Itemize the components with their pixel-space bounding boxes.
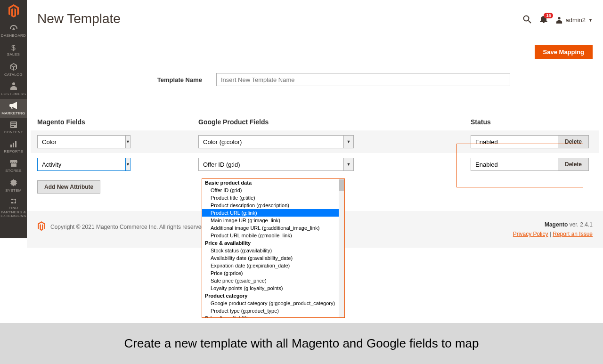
nav-reports[interactable]: REPORTS [0,138,27,157]
dropdown-option[interactable]: Loyalty points (g:loyalty_points) [202,284,344,292]
nav-customers[interactable]: CUSTOMERS [0,80,27,99]
chevron-down-icon[interactable]: ▼ [125,158,130,171]
add-attribute-button[interactable]: Add New Attribute [37,180,100,194]
partners-icon [10,197,17,205]
delete-row-button[interactable]: Delete [558,135,589,148]
dropdown-group-header: Basic product data [202,179,344,186]
version-label: Magento [545,221,568,228]
scrollbar[interactable] [339,179,344,317]
content-icon [10,121,17,129]
svg-rect-2 [11,124,16,125]
nav-system[interactable]: SYSTEM [0,176,27,195]
template-name-row: Template Name [27,59,603,86]
slide-caption: Create a new template with all Magento a… [0,323,603,364]
dropdown-option[interactable]: Offer ID (g:id) [202,186,344,194]
nav-label: DASHBOARD [0,34,27,38]
cube-icon [10,63,17,72]
nav-label: FIND PARTNERS & EXTENSIONS [0,206,27,218]
admin-username: admin2 [565,16,586,24]
header-actions: 16 admin2 ▼ [523,15,593,25]
svg-rect-4 [10,145,12,147]
notifications[interactable]: 16 [540,16,547,24]
col-google-header: Google Product Fields [198,118,471,126]
dropdown-option[interactable]: Product title (g:title) [202,194,344,202]
google-field-select[interactable]: ▼ [198,135,354,148]
nav-marketing[interactable]: MARKETING [0,99,27,118]
copyright-text: Copyright © 2021 Magento Commerce Inc. A… [50,224,206,230]
dropdown-option[interactable]: Google product category (g:google_produc… [202,299,344,307]
magento-field-select[interactable]: ▼ [37,135,127,148]
col-magento-header: Magento Fields [37,118,198,126]
dropdown-option[interactable]: Availability date (g:availability_date) [202,254,344,262]
chevron-down-icon[interactable]: ▼ [343,135,354,148]
store-icon [10,160,17,168]
chart-icon [10,141,17,149]
template-name-label: Template Name [37,76,216,83]
dropdown-option[interactable]: Main image UR (g:image_link) [202,217,344,224]
status-select[interactable]: ▼ [471,135,506,148]
nav-label: SALES [6,53,21,57]
admin-menu[interactable]: admin2 ▼ [556,16,593,24]
magento-field-select[interactable]: ▼ [37,158,127,171]
dropdown-option[interactable]: Product description (g:description) [202,202,344,209]
nav-content[interactable]: CONTENT [0,118,27,138]
dropdown-option[interactable]: Product type (g:product_type) [202,307,344,315]
nav-sales[interactable]: $ SALES [0,41,27,60]
dropdown-option[interactable]: Expiration date (g:expiration_date) [202,262,344,269]
dropdown-option[interactable]: Sale price (g:sale_price) [202,277,344,284]
page-actions: Save Mapping [27,26,603,59]
magento-logo-small [37,221,46,232]
dropdown-group-header: Price & availability [202,239,344,247]
google-field-dropdown[interactable]: Basic product dataOffer ID (g:id)Product… [202,178,345,318]
google-field-value[interactable] [198,135,343,148]
svg-rect-3 [11,126,14,127]
grid-body: ▼ ▼ ▼ Delete ▼ [27,130,603,176]
grid-column-headers: Magento Fields Google Product Fields Sta… [27,86,603,130]
report-issue-link[interactable]: Report an Issue [553,231,593,237]
google-field-select[interactable]: ▼ [198,158,354,171]
dropdown-option[interactable]: Product URL (g:link) [202,209,344,217]
nav-dashboard[interactable]: DASHBOARD [0,22,27,41]
dropdown-option[interactable]: Stock status (g:availability) [202,247,344,254]
nav-partners[interactable]: FIND PARTNERS & EXTENSIONS [0,195,27,220]
magento-logo[interactable] [0,0,27,22]
magento-field-value[interactable] [37,135,125,148]
notif-count: 16 [544,13,553,18]
mapping-row: ▼ ▼ ▼ Delete [31,153,599,176]
delete-row-button[interactable]: Delete [558,158,589,171]
svg-rect-6 [15,141,16,147]
search-icon[interactable] [523,15,531,25]
megaphone-icon [9,102,18,111]
page-header: New Template 16 admin2 ▼ [27,0,603,26]
admin-sidebar: DASHBOARD $ SALES CATALOG CUSTOMERS MARK… [0,0,27,238]
nav-label: MARKETING [0,112,26,116]
nav-stores[interactable]: STORES [0,157,27,176]
google-field-value[interactable] [198,158,343,171]
template-name-input[interactable] [216,73,510,86]
svg-rect-1 [11,122,16,123]
dropdown-option[interactable]: Price (g:price) [202,269,344,277]
privacy-link[interactable]: Privacy Policy [513,231,548,237]
mapping-row: ▼ ▼ ▼ Delete [31,130,599,153]
col-status-header: Status [471,118,593,126]
dropdown-option[interactable]: Additional image URL (g:additional_image… [202,224,344,232]
nav-label: CONTENT [3,130,24,135]
dropdown-option[interactable]: Product URL mobile (g:mobile_link) [202,232,344,239]
status-value[interactable] [471,158,559,171]
nav-catalog[interactable]: CATALOG [0,60,27,80]
status-value[interactable] [471,135,559,148]
dropdown-group-header: Product category [202,292,344,299]
chevron-down-icon[interactable]: ▼ [343,158,354,171]
svg-line-8 [529,21,531,24]
scrollbar-thumb[interactable] [339,179,344,191]
nav-label: REPORTS [3,150,24,154]
dashboard-icon [10,25,17,33]
version-text: ver. 2.4.1 [568,221,593,228]
nav-label: CATALOG [3,73,24,77]
magento-field-value[interactable] [37,158,125,171]
dollar-icon: $ [11,44,16,52]
status-select[interactable]: ▼ [471,158,506,171]
save-mapping-button[interactable]: Save Mapping [535,45,593,59]
chevron-down-icon: ▼ [588,18,593,23]
chevron-down-icon[interactable]: ▼ [125,135,130,148]
